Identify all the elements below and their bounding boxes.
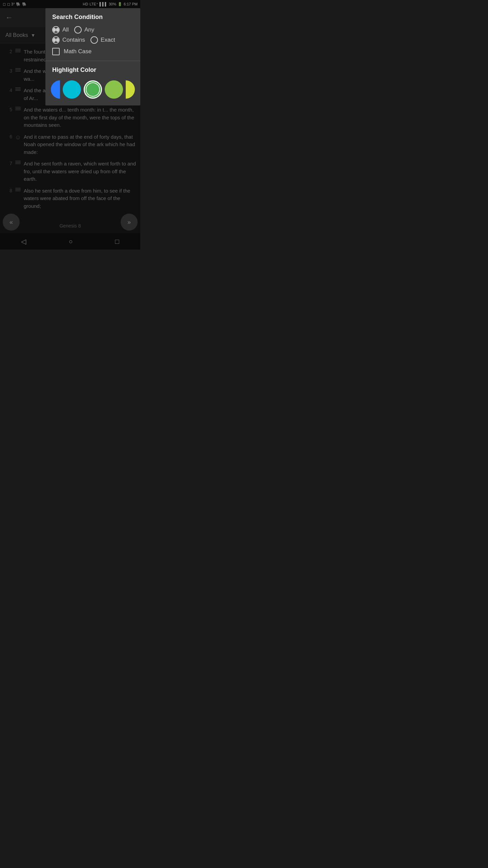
highlight-color-title: Highlight Color xyxy=(45,64,140,78)
color-cyan[interactable] xyxy=(63,80,81,99)
color-picker-row xyxy=(45,78,140,105)
color-blue-half[interactable] xyxy=(51,80,60,99)
radio-row-contains-exact: Contains Exact xyxy=(45,35,140,45)
radio-contains[interactable]: Contains xyxy=(52,36,85,44)
math-case-checkbox[interactable] xyxy=(52,48,60,55)
radio-all[interactable]: All xyxy=(52,26,69,34)
search-condition-title: Search Condition xyxy=(45,8,140,25)
color-green[interactable] xyxy=(84,80,102,99)
radio-exact[interactable]: Exact xyxy=(90,36,115,44)
divider xyxy=(45,61,140,61)
radio-contains-circle[interactable] xyxy=(52,36,60,44)
color-light-green[interactable] xyxy=(105,80,123,99)
radio-any-label: Any xyxy=(84,26,94,33)
search-condition-panel: Search Condition All Any Contains Exact xyxy=(45,8,140,105)
radio-row-all-any: All Any xyxy=(45,25,140,35)
math-case-checkbox-row[interactable]: Math Case xyxy=(45,45,140,58)
radio-exact-label: Exact xyxy=(101,37,115,43)
radio-exact-circle[interactable] xyxy=(90,36,98,44)
radio-any-circle[interactable] xyxy=(74,26,82,34)
radio-any[interactable]: Any xyxy=(74,26,94,34)
color-yellow-half[interactable] xyxy=(126,80,135,99)
radio-contains-label: Contains xyxy=(62,37,85,43)
radio-all-circle[interactable] xyxy=(52,26,60,34)
color-blue[interactable] xyxy=(51,80,60,99)
radio-all-label: All xyxy=(62,26,69,33)
color-yellow[interactable] xyxy=(126,80,135,99)
math-case-label: Math Case xyxy=(64,48,92,55)
